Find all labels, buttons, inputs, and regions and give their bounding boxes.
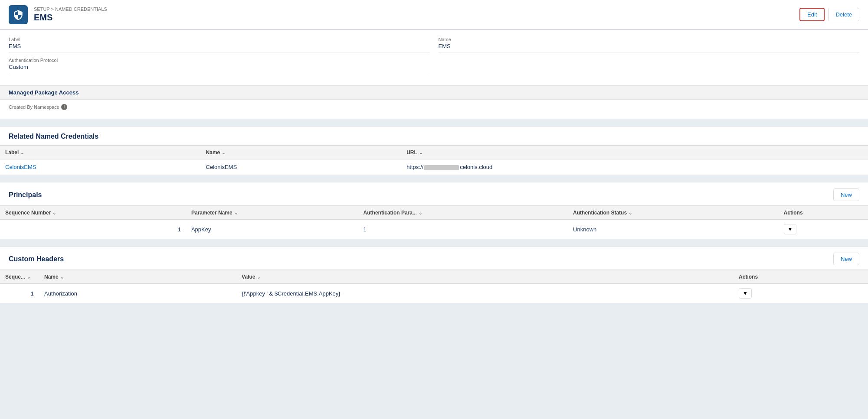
- related-credential-url-cell: https://celonis.cloud: [401, 159, 868, 175]
- col-label[interactable]: Label ⌄: [0, 146, 201, 159]
- name-field-value: EMS: [439, 43, 860, 52]
- param-sort-icon: ⌄: [234, 211, 238, 215]
- principals-table: Sequence Number ⌄ Parameter Name ⌄: [0, 206, 868, 239]
- managed-package-label: Managed Package Access: [9, 89, 79, 96]
- principals-header-row: Principals New: [0, 182, 868, 205]
- detail-card: Label EMS Name EMS Authentication Protoc…: [0, 29, 868, 119]
- url-value: https://celonis.cloud: [406, 164, 492, 170]
- seq-sort-icon: ⌄: [52, 211, 56, 215]
- principal-action-button[interactable]: ▼: [784, 224, 797, 234]
- label-field-label: Label: [9, 37, 430, 42]
- col-parameter-name[interactable]: Parameter Name ⌄: [186, 206, 358, 220]
- col-auth-para[interactable]: Authentication Para... ⌄: [358, 206, 568, 220]
- principal-auth-para-cell: 1: [358, 220, 568, 239]
- page-title: EMS: [34, 13, 107, 23]
- auth-status-sort-icon: ⌄: [629, 211, 632, 215]
- related-named-credentials-title: Related Named Credentials: [9, 133, 98, 140]
- custom-header-name-cell: Authorization: [39, 284, 236, 303]
- related-credential-name-cell: CelonisEMS: [201, 159, 402, 175]
- related-named-credentials-table: Label ⌄ Name ⌄ URL: [0, 146, 868, 175]
- related-named-credentials-header: Related Named Credentials: [0, 126, 868, 145]
- custom-header-row-0: 1 Authorization {!'Appkey ' & $Credentia…: [0, 284, 868, 303]
- header-actions: Edit Delete: [799, 8, 859, 21]
- auth-para-sort-icon: ⌄: [419, 211, 422, 215]
- info-icon: i: [61, 104, 67, 110]
- header-title-group: SETUP > NAMED CREDENTIALS EMS: [34, 6, 107, 23]
- custom-headers-table: Seque... ⌄ Name ⌄ Value: [0, 270, 868, 303]
- delete-button[interactable]: Delete: [828, 8, 859, 21]
- created-by-section: Created By Namespace i: [0, 100, 868, 119]
- custom-header-value-cell: {!'Appkey ' & $Credential.EMS.AppKey}: [236, 284, 734, 303]
- col-header-name[interactable]: Name ⌄: [39, 270, 236, 284]
- related-credential-label-link[interactable]: CelonisEMS: [5, 164, 36, 170]
- custom-headers-header-row-cols: Seque... ⌄ Name ⌄ Value: [0, 270, 868, 284]
- name-field: Name EMS: [439, 37, 860, 52]
- managed-package-section: Managed Package Access: [0, 85, 868, 100]
- label-field: Label EMS: [9, 37, 430, 52]
- main-content: Label EMS Name EMS Authentication Protoc…: [0, 29, 868, 303]
- principal-row-0: 1 AppKey 1 Unknown ▼: [0, 220, 868, 239]
- related-named-credentials-section: Related Named Credentials Label ⌄: [0, 126, 868, 175]
- detail-grid: Label EMS Name EMS Authentication Protoc…: [9, 37, 859, 73]
- breadcrumb-setup[interactable]: SETUP: [34, 6, 49, 12]
- custom-headers-header-row: Custom Headers New: [0, 246, 868, 270]
- principals-section: Principals New Sequence Number ⌄: [0, 182, 868, 239]
- detail-section: Label EMS Name EMS Authentication Protoc…: [0, 30, 868, 85]
- related-credential-label-cell: CelonisEMS: [0, 159, 201, 175]
- breadcrumb: SETUP > NAMED CREDENTIALS: [34, 6, 107, 12]
- col-auth-status[interactable]: Authentication Status ⌄: [568, 206, 779, 220]
- related-named-credentials-table-container: Label ⌄ Name ⌄ URL: [0, 145, 868, 175]
- shield-icon: [13, 9, 24, 20]
- principals-new-button[interactable]: New: [833, 188, 859, 201]
- col-url[interactable]: URL ⌄: [401, 146, 868, 159]
- related-named-credentials-header-row: Label ⌄ Name ⌄ URL: [0, 146, 868, 159]
- principals-table-container: Sequence Number ⌄ Parameter Name ⌄: [0, 205, 868, 239]
- page-header: SETUP > NAMED CREDENTIALS EMS Edit Delet…: [0, 0, 868, 29]
- related-credential-row-0: CelonisEMS CelonisEMS https://celonis.cl…: [0, 159, 868, 175]
- custom-headers-table-container: Seque... ⌄ Name ⌄ Value: [0, 270, 868, 303]
- breadcrumb-section[interactable]: NAMED CREDENTIALS: [55, 6, 107, 12]
- col-name[interactable]: Name ⌄: [201, 146, 402, 159]
- principal-actions-cell: ▼: [779, 220, 868, 239]
- custom-header-seq-cell: 1: [0, 284, 39, 303]
- principals-header-row-cols: Sequence Number ⌄ Parameter Name ⌄: [0, 206, 868, 220]
- divider-3: [0, 243, 868, 246]
- auth-protocol-field: Authentication Protocol Custom: [9, 58, 430, 73]
- label-field-value: EMS: [9, 43, 430, 52]
- name-field-label: Name: [439, 37, 860, 42]
- col-value[interactable]: Value ⌄: [236, 270, 734, 284]
- custom-headers-new-button[interactable]: New: [833, 253, 859, 265]
- label-sort-icon: ⌄: [20, 150, 24, 155]
- logo-box: [9, 5, 28, 24]
- divider-1: [0, 123, 868, 126]
- col-sequence-number[interactable]: Sequence Number ⌄: [0, 206, 186, 220]
- divider-2: [0, 179, 868, 182]
- principal-param-name-cell: AppKey: [186, 220, 358, 239]
- principal-auth-status-cell: Unknown: [568, 220, 779, 239]
- custom-header-actions-cell: ▼: [734, 284, 868, 303]
- custom-headers-title: Custom Headers: [9, 255, 64, 263]
- header-left: SETUP > NAMED CREDENTIALS EMS: [9, 5, 107, 24]
- created-by-namespace-label: Created By Namespace i: [9, 104, 859, 110]
- col-header-actions: Actions: [734, 270, 868, 284]
- name-sort-icon: ⌄: [222, 150, 225, 155]
- value-sort-icon: ⌄: [257, 275, 260, 279]
- principals-title: Principals: [9, 191, 42, 199]
- auth-protocol-value: Custom: [9, 64, 430, 73]
- header-name-sort-icon: ⌄: [60, 275, 64, 279]
- custom-headers-section: Custom Headers New Seque... ⌄: [0, 246, 868, 303]
- custom-header-action-button[interactable]: ▼: [739, 288, 752, 299]
- breadcrumb-separator: >: [51, 6, 55, 12]
- col-seque[interactable]: Seque... ⌄: [0, 270, 39, 284]
- url-redacted: [424, 165, 459, 170]
- seque-sort-icon: ⌄: [27, 275, 30, 279]
- auth-protocol-label: Authentication Protocol: [9, 58, 430, 63]
- url-sort-icon: ⌄: [419, 150, 423, 155]
- principal-seq-cell: 1: [0, 220, 186, 239]
- edit-button[interactable]: Edit: [799, 8, 825, 21]
- col-actions: Actions: [779, 206, 868, 220]
